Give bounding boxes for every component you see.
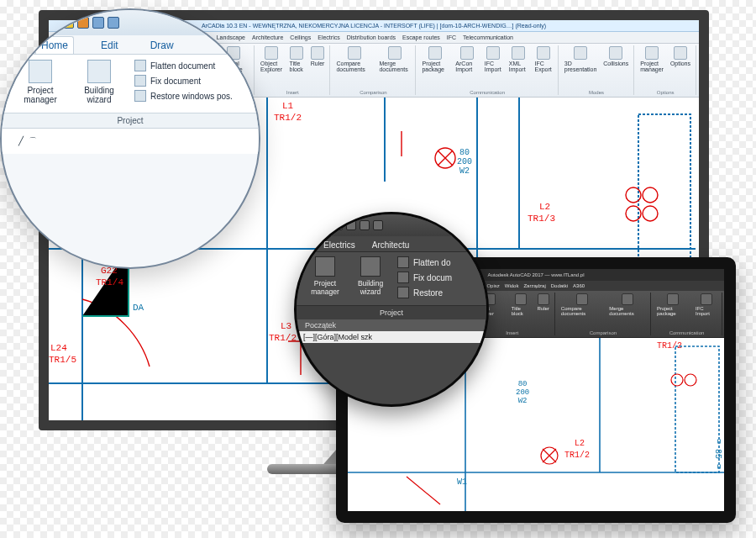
qat-redo-icon[interactable] xyxy=(108,17,119,29)
menu-electrics[interactable]: Electrics xyxy=(318,34,339,40)
t-label-W1: W1 xyxy=(457,477,467,487)
svg-point-10 xyxy=(671,374,683,386)
tab-electrics[interactable]: Electrics xyxy=(320,239,359,251)
label-TR13: TR1/3 xyxy=(528,214,555,224)
flatten-document-button[interactable]: Flatten document xyxy=(134,60,233,71)
label-TR15: TR1/5 xyxy=(49,355,76,365)
ribbtn-project-package[interactable]: Project package xyxy=(655,293,690,317)
ribbtn-ruler[interactable]: Ruler xyxy=(535,293,550,317)
ribbon-group-communication: Communication xyxy=(669,330,705,335)
magnifier-tablet: A Electrics Architectu Project manager B… xyxy=(294,212,489,407)
ribbtn-title-block[interactable]: Title block xyxy=(510,293,533,317)
ribbon-icon xyxy=(265,46,278,60)
tab-draw[interactable]: Draw xyxy=(145,37,179,54)
ribbon-icon xyxy=(311,46,324,60)
ribbtn-ifc-export[interactable]: IFC Export xyxy=(533,45,554,73)
menu-escape-routes[interactable]: Escape routes xyxy=(402,34,440,40)
t-dim-85: = 85 = xyxy=(713,439,722,469)
ribbon-icon xyxy=(460,46,474,60)
building-wizard-icon xyxy=(87,60,111,83)
ribbtn-options[interactable]: Options xyxy=(669,45,692,73)
wrench-icon xyxy=(134,75,146,87)
ribbon-icon xyxy=(515,293,527,305)
ribbon-icon xyxy=(428,46,442,60)
menu-telecommunication[interactable]: Telecommunication xyxy=(463,34,513,40)
ribbon-icon xyxy=(290,46,303,60)
ribbtn-merge-documents[interactable]: Merge documents xyxy=(607,293,647,317)
label-DA: DA xyxy=(133,303,144,313)
wrench-icon xyxy=(397,272,409,283)
ribbon-group-comparison: Comparison xyxy=(360,90,386,95)
ribbtn-compare-documents[interactable]: Compare documents xyxy=(334,45,374,73)
line-tool-icon[interactable]: ╱ xyxy=(18,136,24,145)
ribbon-group-communication: Communication xyxy=(470,90,505,95)
project-manager-icon xyxy=(29,60,52,83)
arc-tool-icon[interactable]: ⌒ xyxy=(29,136,37,145)
fix-button-dark[interactable]: Fix docum xyxy=(397,272,452,283)
ribbon-icon xyxy=(574,46,587,60)
qat-save-icon[interactable] xyxy=(346,220,356,230)
qat-print-icon[interactable] xyxy=(77,17,89,29)
menu-zarządzaj[interactable]: Zarządzaj xyxy=(523,283,545,288)
label-L1: L1 xyxy=(282,101,293,111)
project-manager-button-dark[interactable]: Project manager xyxy=(307,256,344,298)
menu-widok[interactable]: Widok xyxy=(505,283,519,288)
qat-undo-icon[interactable] xyxy=(92,17,104,29)
menu-dodatki[interactable]: Dodatki xyxy=(551,283,568,288)
svg-point-6 xyxy=(643,206,658,221)
menu-opisz[interactable]: Opisz xyxy=(486,283,499,288)
ribbtn-compare-documents[interactable]: Compare documents xyxy=(559,293,604,317)
project-manager-button[interactable]: Project manager xyxy=(17,60,64,104)
label-TR12: TR1/2 xyxy=(274,113,302,123)
menu-landscape[interactable]: Landscape xyxy=(217,34,245,40)
building-wizard-icon xyxy=(360,256,381,277)
ribbtn-project-package[interactable]: Project package xyxy=(420,45,450,73)
ribbon-group-insert: Insert xyxy=(506,330,518,335)
ribbtn-collisions[interactable]: Collisions xyxy=(601,45,630,73)
fix-document-button[interactable]: Fix document xyxy=(134,75,233,87)
panel-dark: Project manager Building wizard Flatten … xyxy=(297,251,486,305)
ribbtn-ruler[interactable]: Ruler xyxy=(309,45,327,73)
flatten-icon xyxy=(134,60,146,71)
restore-button-dark[interactable]: Restore xyxy=(397,287,452,298)
ribbtn-title-block[interactable]: Title block xyxy=(288,45,306,73)
ribbon-icon xyxy=(576,293,588,305)
ribbon-icon xyxy=(537,46,550,60)
ribbon-icon xyxy=(486,46,500,60)
ribbon-icon xyxy=(667,293,679,305)
ribbtn-3d-presentation[interactable]: 3D presentation xyxy=(563,45,599,73)
ribbtn-object-explorer[interactable]: Object Explorer xyxy=(259,45,285,73)
qat-print-icon[interactable] xyxy=(360,220,370,230)
building-wizard-button[interactable]: Building wizard xyxy=(76,60,123,104)
building-wizard-button-dark[interactable]: Building wizard xyxy=(352,256,389,298)
restore-icon xyxy=(134,90,146,102)
ribbon-icon xyxy=(388,46,402,60)
tool-palette: ╱ ⌒ xyxy=(2,128,259,154)
menu-architecture[interactable]: Architecture xyxy=(252,34,283,40)
ribbtn-xml-import[interactable]: XML Import xyxy=(507,45,530,73)
menu-distribution-boards[interactable]: Distribution boards xyxy=(347,34,396,40)
ribbtn-merge-documents[interactable]: Merge documents xyxy=(377,45,412,73)
ribbon-group-label: Project xyxy=(2,113,259,128)
qat-undo-icon[interactable] xyxy=(373,220,383,230)
ribbon-icon xyxy=(701,293,712,305)
tab-edit[interactable]: Edit xyxy=(96,37,123,54)
ribbtn-project-manager[interactable]: Project manager xyxy=(638,45,665,73)
tab-footer[interactable]: Początek xyxy=(297,319,486,331)
ribbtn-ifc-import[interactable]: IFC Import xyxy=(483,45,504,73)
ribbtn-ifc-import[interactable]: IFC Import xyxy=(694,293,718,317)
label-W2: 80 200 W2 xyxy=(457,148,472,176)
restore-icon xyxy=(397,287,409,298)
svg-point-11 xyxy=(685,374,696,386)
flatten-button-dark[interactable]: Flatten do xyxy=(397,256,452,268)
restore-windows-button[interactable]: Restore windows pos. xyxy=(134,90,233,102)
ribbon-icon xyxy=(645,46,659,60)
ribbtn-arcon-import[interactable]: ArCon Import xyxy=(454,45,479,73)
menu-ifc[interactable]: IFC xyxy=(447,34,456,40)
label-L24: L24 xyxy=(50,343,67,353)
ribbon-group-insert: Insert xyxy=(286,90,299,95)
menu-a360[interactable]: A360 xyxy=(573,283,585,288)
menu-ceilings[interactable]: Ceilings xyxy=(290,34,311,40)
ribbon-group-options: Options xyxy=(657,90,675,95)
tab-architecture[interactable]: Architectu xyxy=(369,239,412,251)
